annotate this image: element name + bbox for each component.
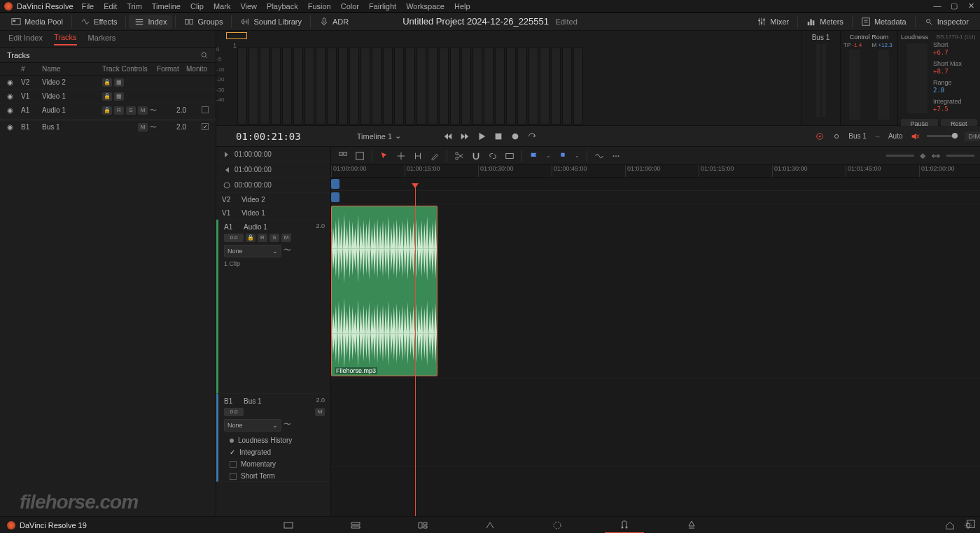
- menu-trim[interactable]: Trim: [127, 2, 142, 10]
- eye-icon[interactable]: ◉: [7, 78, 21, 86]
- integrated-check[interactable]: ✓Integrated: [230, 446, 319, 458]
- menu-timeline[interactable]: Timeline: [152, 2, 181, 10]
- curve-select[interactable]: None⌄: [224, 245, 281, 257]
- menu-file[interactable]: File: [82, 2, 94, 10]
- monitor-auto[interactable]: Auto: [888, 132, 903, 140]
- track-row-a1[interactable]: ◉ A1 Audio 1 🔒 R S M 〜 2.0: [0, 104, 216, 118]
- flag2-icon[interactable]: [558, 151, 568, 161]
- loop-icon[interactable]: [527, 132, 537, 141]
- timeline-name-dropdown[interactable]: Timeline 1 ⌄: [357, 132, 401, 141]
- mute-button[interactable]: M: [138, 106, 148, 115]
- forward-icon[interactable]: [460, 132, 470, 141]
- momentary-check[interactable]: Momentary: [230, 458, 319, 470]
- wave-icon[interactable]: [594, 151, 604, 161]
- tl-row-v2[interactable]: [331, 178, 980, 191]
- magnet-icon[interactable]: [471, 151, 481, 161]
- tab-tracks[interactable]: Tracks: [54, 33, 77, 45]
- rewind-icon[interactable]: [443, 132, 453, 141]
- menu-edit[interactable]: Edit: [104, 2, 117, 10]
- monitor-checkbox[interactable]: [202, 106, 209, 113]
- page-fusion[interactable]: [470, 517, 510, 534]
- tc-row[interactable]: 00:00:00:00: [216, 178, 330, 193]
- grid-icon[interactable]: [338, 151, 348, 161]
- track-header-a1[interactable]: A1Audio 12.0 0.0 🔒 R S M None⌄ 〜 1 Clip: [216, 220, 330, 394]
- menu-view[interactable]: View: [240, 2, 257, 10]
- menu-clip[interactable]: Clip: [190, 2, 204, 10]
- range-icon[interactable]: [413, 151, 423, 161]
- pencil-icon[interactable]: [430, 151, 440, 161]
- playhead[interactable]: [415, 187, 416, 516]
- timeline-canvas[interactable]: ⌄ ⌄ ◆ ◆ 01:00:00:00 01:: [331, 147, 980, 516]
- volume-slider[interactable]: [927, 135, 958, 137]
- monitor-bus[interactable]: Bus 1: [848, 132, 867, 140]
- groups-button[interactable]: Groups: [178, 15, 228, 29]
- record-icon[interactable]: [510, 132, 520, 141]
- link-icon[interactable]: [488, 151, 498, 161]
- scissors-icon[interactable]: [454, 151, 464, 161]
- volume-field[interactable]: 0.0: [224, 234, 244, 242]
- monitor-checkbox[interactable]: [202, 123, 209, 130]
- tc-row[interactable]: 01:00:00:00: [216, 162, 330, 178]
- solo-button[interactable]: S: [270, 234, 279, 242]
- flag-icon[interactable]: [529, 151, 539, 161]
- tc-row[interactable]: 01:00:00:00: [216, 147, 330, 162]
- page-fairlight[interactable]: [605, 517, 644, 534]
- dim-button[interactable]: DIM: [965, 132, 981, 141]
- lock-icon[interactable]: 🔒: [246, 234, 255, 242]
- search-icon[interactable]: [200, 51, 209, 59]
- tl-row-v1[interactable]: [331, 191, 980, 204]
- ruler[interactable]: 01:00:00:00 01:00:15:00 01:00:30:00 01:0…: [331, 165, 980, 178]
- automation-icon[interactable]: [815, 132, 825, 141]
- mute-icon[interactable]: [910, 132, 920, 141]
- maximize-icon[interactable]: ▢: [949, 1, 959, 10]
- strip-icon[interactable]: ▦: [114, 92, 124, 101]
- page-media[interactable]: [269, 517, 308, 534]
- strip-icon[interactable]: ▦: [114, 78, 124, 87]
- page-color[interactable]: [538, 517, 577, 534]
- record-button[interactable]: R: [114, 106, 124, 115]
- play-icon[interactable]: [477, 132, 486, 141]
- adr-button[interactable]: ADR: [314, 15, 354, 29]
- track-header-b1[interactable]: B1Bus 12.0 0.0 M None⌄ 〜 Loudness Histor…: [216, 394, 330, 482]
- record-button[interactable]: R: [258, 234, 267, 242]
- track-header-v2[interactable]: V2Video 2: [216, 193, 330, 206]
- sound-library-button[interactable]: Sound Library: [234, 15, 307, 29]
- solo-button[interactable]: S: [126, 106, 136, 115]
- expand-icon[interactable]: [966, 519, 976, 529]
- video-clip[interactable]: [331, 179, 340, 189]
- close-icon[interactable]: ✕: [966, 1, 976, 10]
- menu-color[interactable]: Color: [341, 2, 359, 10]
- snap-icon[interactable]: [355, 151, 365, 161]
- menu-fusion[interactable]: Fusion: [308, 2, 331, 10]
- track-row-b1[interactable]: ◉ B1 Bus 1 M 〜 2.0: [0, 120, 216, 134]
- tl-row-b1[interactable]: [331, 378, 980, 467]
- volume-field[interactable]: 0.0: [224, 408, 244, 416]
- zoom-v-slider[interactable]: [886, 155, 914, 157]
- menu-workspace[interactable]: Workspace: [406, 2, 444, 10]
- loudness-history[interactable]: Loudness History: [230, 434, 319, 446]
- pointer-icon[interactable]: [379, 151, 389, 161]
- effects-button[interactable]: Effects: [75, 15, 122, 29]
- metadata-button[interactable]: Metadata: [855, 15, 912, 29]
- marker-icon[interactable]: [505, 151, 514, 161]
- index-button[interactable]: Index: [129, 15, 172, 29]
- mute-button[interactable]: M: [138, 123, 148, 132]
- page-deliver[interactable]: [672, 517, 711, 534]
- eye-icon[interactable]: ◉: [7, 106, 21, 114]
- track-row-v2[interactable]: ◉ V2 Video 2 🔒▦: [0, 76, 216, 90]
- shortterm-check[interactable]: Short Term: [230, 470, 319, 482]
- curve-select[interactable]: None⌄: [224, 419, 281, 432]
- mute-button[interactable]: M: [281, 234, 291, 242]
- cross-icon[interactable]: [396, 151, 406, 161]
- track-header-v1[interactable]: V1Video 1: [216, 206, 330, 220]
- more-icon[interactable]: [611, 151, 621, 161]
- gear-icon[interactable]: [832, 132, 841, 141]
- menu-help[interactable]: Help: [454, 2, 470, 10]
- mute-button[interactable]: M: [315, 408, 325, 416]
- video-clip[interactable]: [331, 192, 340, 202]
- page-edit[interactable]: [403, 517, 442, 534]
- menu-mark[interactable]: Mark: [214, 2, 230, 10]
- lock-icon[interactable]: 🔒: [102, 106, 112, 115]
- minimize-icon[interactable]: —: [932, 1, 942, 10]
- expand-h-icon[interactable]: [931, 151, 941, 161]
